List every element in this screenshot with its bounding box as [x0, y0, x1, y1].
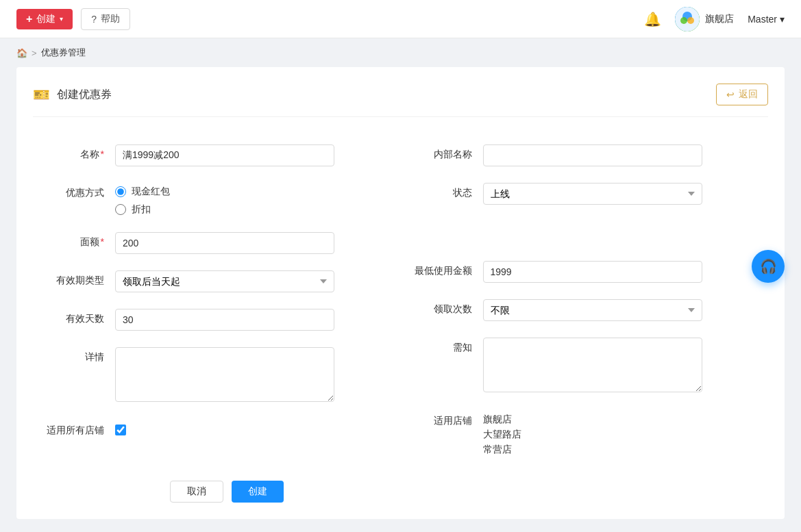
internal-name-input[interactable]: [483, 144, 702, 166]
store-item-2: 大望路店: [483, 429, 702, 441]
back-arrow-icon: ↩: [726, 89, 735, 100]
min-amount-label: 最低使用金额: [401, 261, 483, 277]
form-right-column: 内部名称 状态 上线 下线: [401, 136, 769, 464]
svg-point-2: [680, 17, 687, 24]
user-label: Master: [748, 14, 777, 25]
validity-type-control: 领取后当天起 固定日期: [115, 270, 334, 292]
detail-textarea[interactable]: [115, 347, 334, 402]
cancel-button[interactable]: 取消: [170, 481, 223, 503]
internal-name-label: 内部名称: [401, 144, 483, 161]
support-fab[interactable]: 🎧: [752, 250, 785, 283]
claim-limit-select[interactable]: 不限 限1次 限2次: [483, 299, 702, 321]
validity-days-input[interactable]: [115, 309, 334, 331]
status-label: 状态: [401, 183, 483, 199]
create-label: 创建: [36, 13, 56, 25]
topnav-left: + 创建 ▾ ? 帮助: [16, 8, 130, 30]
back-button[interactable]: ↩ 返回: [716, 84, 768, 105]
logo-image: [675, 7, 700, 31]
claim-limit-label: 领取次数: [401, 299, 483, 316]
form-row-min-amount: 最低使用金额: [401, 253, 769, 291]
breadcrumb-separator: >: [32, 48, 37, 58]
breadcrumb-home[interactable]: 🏠: [16, 48, 27, 58]
topnav-right: 🔔 旗舰店 Master ▾: [644, 7, 785, 31]
detail-label: 详情: [33, 347, 115, 364]
form-row-name: 名称*: [33, 136, 401, 175]
amount-label: 面额*: [33, 232, 115, 249]
name-required: *: [101, 149, 104, 160]
radio-discount-label: 折扣: [132, 203, 151, 216]
form-left-column: 名称* 优惠方式 现金红包: [33, 136, 401, 464]
all-stores-checkbox-item[interactable]: [115, 420, 334, 435]
store-item-3: 常营店: [483, 444, 702, 456]
name-input[interactable]: [115, 144, 334, 166]
form-row-applicable-stores: 适用店铺 旗舰店 大望路店 常营店: [401, 403, 769, 464]
discount-type-control: 现金红包 折扣: [115, 183, 334, 216]
logo-svg: [675, 7, 700, 31]
applicable-stores-label: 适用店铺: [401, 411, 483, 427]
radio-cash-label: 现金红包: [132, 186, 170, 198]
internal-name-control: [483, 144, 702, 166]
user-caret-icon: ▾: [780, 14, 785, 25]
form-row-all-stores: 适用所有店铺: [33, 412, 401, 445]
store-item-1: 旗舰店: [483, 414, 702, 426]
page-title: 创建优惠券: [57, 88, 112, 102]
caret-icon: ▾: [60, 15, 63, 23]
bell-icon[interactable]: 🔔: [644, 11, 661, 27]
page-header: 🎫 创建优惠券 ↩ 返回: [33, 84, 768, 117]
amount-control: [115, 232, 334, 254]
question-icon: ?: [91, 14, 97, 25]
coupon-icon: 🎫: [33, 86, 50, 103]
validity-days-control: [115, 309, 334, 331]
validity-type-label: 有效期类型: [33, 270, 115, 287]
name-label: 名称*: [33, 144, 115, 161]
form-row-amount: 面额*: [33, 224, 401, 262]
help-label: 帮助: [101, 13, 120, 25]
min-amount-input[interactable]: [483, 261, 702, 283]
notice-label: 需知: [401, 338, 483, 354]
form-row-notice: 需知: [401, 329, 769, 403]
logo-area: 旗舰店: [675, 7, 734, 31]
amount-required: *: [101, 236, 104, 247]
min-amount-control: [483, 261, 702, 283]
radio-group: 现金红包 折扣: [115, 183, 334, 216]
store-list: 旗舰店 大望路店 常营店: [483, 411, 702, 456]
all-stores-checkbox[interactable]: [115, 425, 126, 435]
status-control: 上线 下线: [483, 183, 702, 205]
store-name: 旗舰店: [705, 13, 734, 25]
back-label: 返回: [739, 88, 758, 101]
headphone-icon: 🎧: [760, 258, 777, 275]
form: 名称* 优惠方式 现金红包: [33, 136, 768, 464]
detail-control: [115, 347, 334, 404]
help-button[interactable]: ? 帮助: [81, 8, 130, 30]
svg-point-3: [687, 17, 694, 24]
radio-cash-input[interactable]: [115, 186, 126, 197]
plus-icon: +: [26, 13, 32, 25]
notice-control: [483, 338, 702, 394]
radio-discount[interactable]: 折扣: [115, 203, 334, 216]
all-stores-label: 适用所有店铺: [33, 420, 115, 437]
validity-type-select[interactable]: 领取后当天起 固定日期: [115, 270, 334, 292]
topnav: + 创建 ▾ ? 帮助 🔔 旗舰店 Master ▾: [0, 0, 801, 38]
discount-type-label: 优惠方式: [33, 183, 115, 199]
form-row-internal-name: 内部名称: [401, 136, 769, 175]
all-stores-control: [115, 420, 334, 435]
user-menu[interactable]: Master ▾: [748, 14, 785, 25]
radio-discount-input[interactable]: [115, 204, 126, 215]
form-row-discount-type: 优惠方式 现金红包 折扣: [33, 175, 401, 224]
form-row-validity-type: 有效期类型 领取后当天起 固定日期: [33, 262, 401, 301]
status-select[interactable]: 上线 下线: [483, 183, 702, 205]
form-row-claim-limit: 领取次数 不限 限1次 限2次: [401, 291, 769, 329]
page-title-area: 🎫 创建优惠券: [33, 86, 112, 103]
action-bar: 取消 创建: [33, 481, 768, 503]
notice-textarea[interactable]: [483, 338, 702, 392]
name-control: [115, 144, 334, 166]
main-content: 🎫 创建优惠券 ↩ 返回 名称* 优惠方式: [16, 67, 785, 519]
create-submit-button[interactable]: 创建: [232, 481, 284, 503]
breadcrumb: 🏠 > 优惠券管理: [0, 38, 801, 67]
form-row-detail: 详情: [33, 339, 401, 412]
radio-cash[interactable]: 现金红包: [115, 186, 334, 198]
amount-input[interactable]: [115, 232, 334, 254]
create-button[interactable]: + 创建 ▾: [16, 9, 73, 29]
form-row-status: 状态 上线 下线: [401, 175, 769, 213]
form-row-validity-days: 有效天数: [33, 301, 401, 339]
